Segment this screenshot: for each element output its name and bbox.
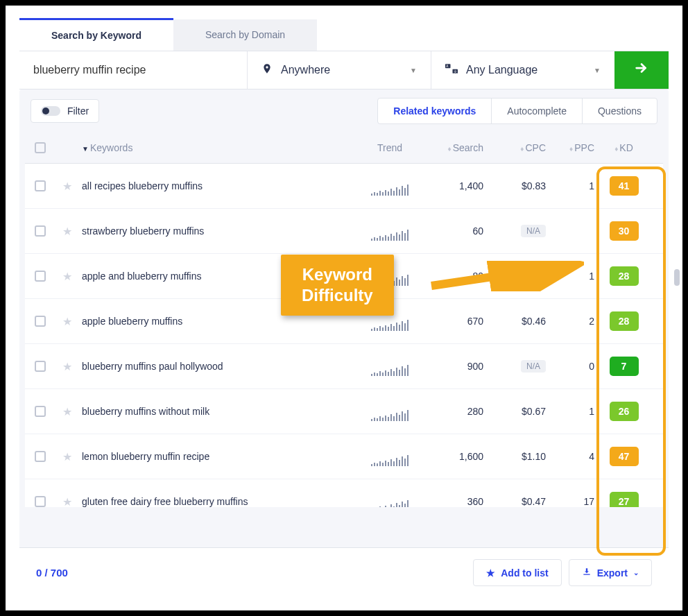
ppc-cell: 1 xyxy=(546,271,594,282)
add-to-list-button[interactable]: ★ Add to list xyxy=(473,559,561,586)
chevron-down-icon: ▼ xyxy=(594,67,601,74)
trend-cell xyxy=(359,447,421,466)
search-volume-cell: 1,600 xyxy=(421,451,483,462)
col-header-ppc[interactable]: ♦PPC xyxy=(546,142,594,153)
location-pin-icon xyxy=(261,62,273,78)
kd-badge: 41 xyxy=(610,176,639,196)
ppc-cell: 4 xyxy=(546,451,594,462)
keyword-cell[interactable]: blueberry muffins paul hollywood xyxy=(82,361,359,372)
content-panel: Filter Related keywords Autocomplete Que… xyxy=(19,89,669,597)
sparkline-icon xyxy=(359,407,421,421)
kd-cell: 30 xyxy=(594,221,653,241)
download-icon xyxy=(582,567,592,579)
kd-badge: 47 xyxy=(610,447,639,466)
location-label: Anywhere xyxy=(281,64,330,76)
keyword-cell[interactable]: strawberry blueberry muffins xyxy=(82,225,359,237)
row-checkbox[interactable] xyxy=(35,180,46,191)
ppc-cell: 2 xyxy=(546,316,594,327)
filter-button[interactable]: Filter xyxy=(31,99,99,123)
cpc-cell: $1.10 xyxy=(483,451,546,462)
col-header-cpc[interactable]: ♦CPC xyxy=(483,142,546,153)
trend-cell xyxy=(359,176,421,196)
favorite-star-icon[interactable]: ★ xyxy=(62,406,72,418)
kd-badge: 30 xyxy=(610,221,639,241)
col-header-search[interactable]: ♦Search xyxy=(421,142,483,153)
trend-cell xyxy=(359,402,421,421)
select-all-checkbox[interactable] xyxy=(35,142,46,153)
sparkline-icon xyxy=(359,362,421,376)
callout-annotation: Keyword Difficulty xyxy=(281,255,394,316)
svg-text:A: A xyxy=(446,65,448,68)
ppc-cell: 1 xyxy=(546,406,594,417)
language-label: Any Language xyxy=(466,64,538,76)
keyword-cell[interactable]: all recipes blueberry muffins xyxy=(82,180,359,191)
kd-cell: 28 xyxy=(594,266,653,286)
row-checkbox[interactable] xyxy=(35,496,46,507)
search-bar: Anywhere ▼ A文 Any Language ▼ xyxy=(19,51,669,89)
na-badge: N/A xyxy=(521,360,546,373)
sparkline-icon xyxy=(359,497,421,507)
col-header-keywords[interactable]: ▼Keywords xyxy=(82,142,359,153)
pagination-bar: 0 / 700 ★ Add to list Export ⌄ xyxy=(19,547,669,597)
sparkline-icon xyxy=(359,317,421,331)
results-table: ▼Keywords Trend ♦Search ♦CPC ♦PPC ♦KD xyxy=(19,132,669,507)
mode-autocomplete[interactable]: Autocomplete xyxy=(491,99,582,123)
search-volume-cell: 1,400 xyxy=(421,180,483,191)
sort-icon: ♦ xyxy=(569,145,573,153)
keyword-cell[interactable]: apple blueberry muffins xyxy=(82,316,359,327)
col-header-kd[interactable]: ♦KD xyxy=(594,142,653,153)
kd-cell: 27 xyxy=(594,492,653,507)
language-icon: A文 xyxy=(445,64,458,76)
mode-questions[interactable]: Questions xyxy=(582,99,657,123)
search-submit-button[interactable] xyxy=(614,51,669,89)
table-body: ★ all recipes blueberry muffins 1,400 $0… xyxy=(25,164,663,507)
row-checkbox[interactable] xyxy=(35,316,46,327)
favorite-star-icon[interactable]: ★ xyxy=(62,361,72,373)
cpc-cell: N/A xyxy=(483,225,546,237)
keyword-cell[interactable]: gluten free dairy free blueberry muffins xyxy=(82,496,359,507)
row-checkbox[interactable] xyxy=(35,361,46,372)
scrollbar-thumb[interactable] xyxy=(674,269,680,286)
cpc-cell: N/A xyxy=(483,360,546,373)
row-checkbox[interactable] xyxy=(35,406,46,417)
keyword-cell[interactable]: lemon blueberry muffin recipe xyxy=(82,451,359,462)
kd-badge: 26 xyxy=(610,402,639,421)
table-row: ★ lemon blueberry muffin recipe 1,600 $1… xyxy=(25,434,663,479)
row-checkbox[interactable] xyxy=(35,271,46,282)
chevron-down-icon: ▼ xyxy=(410,67,417,74)
favorite-star-icon[interactable]: ★ xyxy=(62,225,72,237)
table-row: ★ blueberry muffins without milk 280 $0.… xyxy=(25,389,663,434)
na-badge: N/A xyxy=(521,225,546,237)
export-button[interactable]: Export ⌄ xyxy=(569,559,652,586)
ppc-cell: 0 xyxy=(546,361,594,372)
star-icon: ★ xyxy=(486,567,495,579)
mode-related-keywords[interactable]: Related keywords xyxy=(378,99,491,123)
kd-cell: 41 xyxy=(594,176,653,196)
row-checkbox[interactable] xyxy=(35,225,46,237)
keyword-input[interactable] xyxy=(19,51,247,89)
search-volume-cell: 80 xyxy=(421,271,483,282)
kd-badge: 28 xyxy=(610,266,639,286)
kd-badge: 27 xyxy=(610,492,639,507)
cpc-cell: $0.47 xyxy=(483,496,546,507)
col-header-trend[interactable]: Trend xyxy=(359,142,421,153)
language-dropdown[interactable]: A文 Any Language ▼ xyxy=(431,51,614,89)
favorite-star-icon[interactable]: ★ xyxy=(62,180,72,192)
search-volume-cell: 670 xyxy=(421,316,483,327)
favorite-star-icon[interactable]: ★ xyxy=(62,271,72,282)
search-volume-cell: 280 xyxy=(421,406,483,417)
search-volume-cell: 360 xyxy=(421,496,483,507)
favorite-star-icon[interactable]: ★ xyxy=(62,496,72,508)
location-dropdown[interactable]: Anywhere ▼ xyxy=(247,51,431,89)
tab-search-by-domain[interactable]: Search by Domain xyxy=(173,19,317,51)
sparkline-icon xyxy=(359,452,421,466)
svg-text:文: 文 xyxy=(454,69,457,74)
keyword-cell[interactable]: blueberry muffins without milk xyxy=(82,406,359,417)
favorite-star-icon[interactable]: ★ xyxy=(62,451,72,463)
cpc-cell: $0.46 xyxy=(483,316,546,327)
sort-icon: ♦ xyxy=(614,145,618,153)
favorite-star-icon[interactable]: ★ xyxy=(62,316,72,327)
row-checkbox[interactable] xyxy=(35,451,46,462)
tab-search-by-keyword[interactable]: Search by Keyword xyxy=(19,18,173,51)
kd-cell: 47 xyxy=(594,447,653,466)
